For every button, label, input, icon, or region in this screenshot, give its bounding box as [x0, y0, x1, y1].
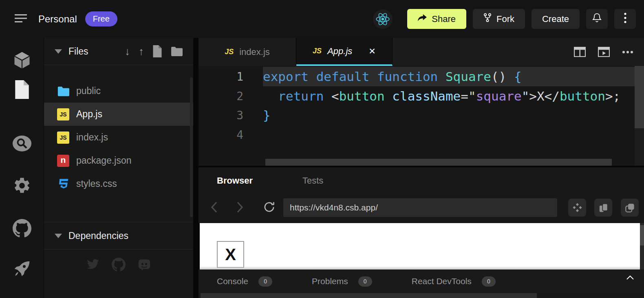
kebab-menu-icon	[624, 13, 626, 26]
settings-gear-icon[interactable]	[0, 176, 44, 195]
console-tabs: Console0Problems0React DevTools0	[217, 276, 535, 287]
new-file-icon[interactable]	[152, 45, 162, 57]
code-token: >X</	[529, 89, 560, 103]
top-bar-actions: Share Fork Create	[373, 9, 636, 29]
open-in-new-window-icon[interactable]	[621, 199, 639, 217]
code-token: Square	[446, 69, 491, 84]
chevron-down-icon	[55, 234, 62, 238]
chevron-up-icon[interactable]	[626, 275, 634, 280]
sandbox-cube-icon[interactable]	[0, 51, 44, 71]
twitter-icon[interactable]	[86, 258, 100, 272]
code-token	[506, 69, 514, 84]
editor-horizontal-scrollbar[interactable]	[265, 159, 612, 166]
code-editor[interactable]: 1234 export default function Square() { …	[198, 66, 644, 166]
github-icon[interactable]	[112, 258, 126, 272]
open-preview-icon[interactable]	[598, 47, 610, 57]
share-label: Share	[432, 14, 456, 24]
file-name: public	[76, 85, 101, 96]
plan-badge: Free	[85, 11, 117, 26]
more-options-button[interactable]	[614, 9, 636, 29]
deploy-rocket-icon[interactable]	[0, 260, 44, 278]
file-explorer-panel: Files ↓ ↑ publicJSApp.jsJSindex.jsnpacka…	[44, 38, 193, 298]
editor-vertical-scrollbar[interactable]	[635, 66, 644, 166]
panel-horizontal-scrollbar[interactable]	[198, 293, 644, 298]
create-button[interactable]: Create	[532, 9, 580, 29]
line-number: 3	[198, 106, 243, 125]
code-token: button	[339, 89, 385, 103]
editor-tabs: JSindex.jsJSApp.js✕	[198, 38, 393, 66]
editor-tab-bar: JSindex.jsJSApp.js✕	[198, 38, 644, 66]
code-token	[263, 89, 278, 103]
code-token: {	[514, 69, 522, 84]
file-row-package.json[interactable]: npackage.json	[44, 149, 193, 172]
discord-icon[interactable]	[137, 258, 152, 272]
download-icon[interactable]: ↓	[125, 46, 130, 57]
workspace-name[interactable]: Personal	[38, 13, 77, 25]
share-button[interactable]: Share	[407, 9, 466, 29]
editor-view-tools	[574, 38, 633, 66]
new-folder-icon[interactable]	[171, 46, 183, 57]
code-line-2: return <button className="square">X</but…	[263, 87, 620, 106]
folder-icon	[57, 85, 69, 97]
console-tab-console[interactable]: Console0	[217, 276, 272, 287]
file-list: publicJSApp.jsJSindex.jsnpackage.jsonsty…	[44, 79, 193, 195]
close-tab-icon[interactable]: ✕	[368, 46, 376, 56]
tab-label: App.js	[327, 46, 352, 57]
code-token: square	[476, 89, 522, 103]
main-menu-button[interactable]	[15, 14, 28, 24]
upload-icon[interactable]: ↑	[139, 46, 144, 57]
scrollbar-thumb[interactable]	[201, 293, 537, 298]
code-token: "	[468, 89, 476, 103]
split-view-icon[interactable]	[574, 47, 586, 57]
hamburger-menu-icon	[15, 14, 28, 24]
browser-preview: X	[198, 223, 644, 270]
code-token: ()	[491, 69, 506, 84]
files-section-header[interactable]: Files ↓ ↑	[44, 38, 193, 65]
code-token: <	[331, 89, 339, 103]
fork-button[interactable]: Fork	[473, 9, 525, 29]
code-token	[385, 89, 393, 103]
file-row-App.js[interactable]: JSApp.js	[44, 103, 193, 126]
browser-panel-tab-browser[interactable]: Browser	[217, 175, 253, 186]
console-tab-react-devtools[interactable]: React DevTools0	[412, 276, 496, 287]
ellipsis-menu-icon[interactable]	[622, 50, 633, 54]
responsive-preview-icon[interactable]	[594, 199, 612, 217]
editor-tab-index.js[interactable]: JSindex.js	[198, 38, 296, 66]
browser-panel: BrowserTests	[198, 167, 644, 223]
line-number: 2	[198, 87, 243, 106]
url-input[interactable]	[283, 198, 557, 217]
browser-panel-tab-tests[interactable]: Tests	[302, 175, 323, 186]
github-icon[interactable]	[0, 219, 44, 238]
editor-tab-App.js[interactable]: JSApp.js✕	[296, 38, 393, 66]
files-scrollbar[interactable]	[190, 77, 193, 217]
search-icon[interactable]	[0, 135, 44, 152]
dependencies-section-header[interactable]: Dependencies	[44, 222, 193, 250]
preview-actions-icon[interactable]	[568, 199, 586, 217]
fork-label: Fork	[496, 14, 514, 24]
code-token: className	[392, 89, 461, 103]
code-content: export default function Square() { retur…	[263, 67, 620, 145]
line-number-gutter: 1234	[198, 67, 243, 145]
file-row-index.js[interactable]: JSindex.js	[44, 126, 193, 149]
file-row-styles.css[interactable]: styles.css	[44, 172, 193, 195]
bell-icon	[592, 13, 602, 25]
square-button[interactable]: X	[217, 241, 244, 268]
file-row-public[interactable]: public	[44, 79, 193, 103]
console-tab-problems[interactable]: Problems0	[312, 276, 372, 287]
scrollbar-thumb[interactable]	[635, 66, 644, 128]
code-line-4	[263, 125, 620, 145]
code-token: >;	[605, 89, 620, 103]
line-number: 1	[198, 67, 243, 87]
file-explorer-icon[interactable]	[0, 80, 44, 99]
back-button[interactable]	[211, 202, 218, 213]
scrollbar-thumb[interactable]	[640, 225, 644, 245]
forward-button[interactable]	[236, 202, 243, 213]
notifications-button[interactable]	[586, 9, 608, 29]
file-name: index.js	[76, 132, 108, 143]
preview-scrollbar[interactable]	[640, 223, 644, 270]
file-name: package.json	[76, 155, 132, 166]
preview-page: X	[200, 223, 640, 270]
console-tab-label: Problems	[312, 276, 348, 286]
code-token: }	[263, 108, 271, 123]
refresh-icon[interactable]	[263, 201, 276, 213]
